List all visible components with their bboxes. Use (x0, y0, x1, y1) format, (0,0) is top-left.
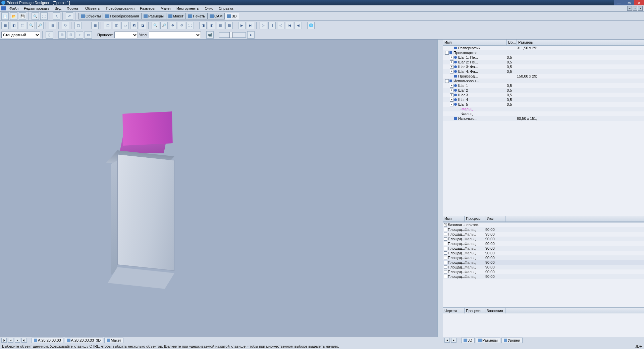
list-row[interactable]: Площад...Фальц90,00 (443, 260, 644, 265)
tab-prev[interactable]: ◂ (8, 338, 13, 343)
menu-transform[interactable]: Преобразования (103, 6, 137, 11)
tree-row[interactable]: +Шаг 10,5 (443, 83, 644, 88)
pointer-button[interactable]: ↖ (53, 12, 60, 20)
menu-edit[interactable]: Редактировать (21, 6, 52, 11)
tool-view4[interactable]: ▩ (225, 22, 233, 29)
tool-c[interactable]: ⬚ (19, 22, 26, 29)
speed-slider[interactable] (219, 32, 246, 38)
step-back-button[interactable]: ◁ (277, 22, 284, 29)
menu-layout[interactable]: Макет (158, 6, 174, 11)
doc-restore-button[interactable]: ▫ (633, 6, 637, 11)
checkbox[interactable] (444, 270, 447, 273)
expander-icon[interactable]: - (450, 103, 453, 106)
tool-view2[interactable]: ◧ (208, 22, 215, 29)
doc-tab-1[interactable]: A.20.20.03.03 (32, 338, 63, 343)
p3-c3[interactable]: Значения ... (485, 308, 505, 313)
list-view[interactable]: Базовая ...неактив.Площад...Фальц90,00Пл… (443, 222, 644, 307)
tree-row[interactable]: +Шаг 1: Пе...0,5 (443, 55, 644, 60)
opt-e[interactable]: ▭ (85, 31, 92, 39)
save-button[interactable]: 💾 (19, 12, 26, 20)
expander-icon[interactable]: + (450, 60, 453, 64)
tool-view3[interactable]: ▦ (217, 22, 224, 29)
tree-header-name[interactable]: Имя (443, 40, 507, 45)
tree-row[interactable]: └ Фальц ... (443, 107, 644, 111)
menu-view[interactable]: Вид (52, 6, 64, 11)
checkbox[interactable] (444, 223, 447, 227)
menu-file[interactable]: Файл (7, 6, 21, 11)
checkbox[interactable] (444, 237, 447, 241)
tree-row[interactable]: Использо...60,50 x 151,5... (443, 116, 644, 121)
list-row[interactable]: Площад...Фальц90,00 (443, 227, 644, 232)
rtab-3d[interactable]: 3D (461, 338, 475, 343)
mode-tab-print[interactable]: Печать (186, 13, 207, 19)
menu-help[interactable]: Справка (216, 6, 236, 11)
tab-next[interactable]: ▸ (15, 338, 20, 343)
checkbox[interactable] (444, 251, 447, 255)
3d-viewport[interactable]: |◂ ◂ ▸ ▸| A.20.20.03.03 A.20.20.03.03_3D… (0, 40, 443, 343)
expander-icon[interactable]: + (450, 65, 453, 69)
play-button[interactable]: ▶ (238, 22, 246, 29)
expander-icon[interactable]: - (445, 51, 449, 55)
tree-row[interactable]: -Шаг 50,5 (443, 102, 644, 107)
list-header-process[interactable]: Процесс (465, 216, 485, 221)
tree-row[interactable]: +Шаг 30,5 (443, 93, 644, 97)
doc-tab-2[interactable]: A.20.20.03.03_3D (65, 338, 103, 343)
list-row[interactable]: Площад...Фальц90,00 (443, 251, 644, 255)
slider-end[interactable]: ▸ (247, 31, 255, 39)
list-row[interactable]: Площад...Фальц90,00 (443, 237, 644, 241)
tree-row[interactable]: +Шаг 3: Фа...0,5 (443, 64, 644, 69)
mode-tab-objects[interactable]: Объекты (78, 13, 103, 19)
tool-h2[interactable]: ◫ (113, 22, 120, 29)
tab-first[interactable]: |◂ (1, 338, 7, 343)
tree-header-time[interactable]: Вр... (507, 40, 517, 45)
tree-row[interactable]: Развернутый311,50 x 292,... (443, 46, 644, 50)
tool-view1[interactable]: ◨ (199, 22, 207, 29)
zoom-in-button[interactable]: 🔍 (32, 12, 39, 20)
tool-b[interactable]: ◧ (10, 22, 17, 29)
checkbox[interactable] (444, 228, 447, 231)
checkbox[interactable] (444, 233, 447, 236)
tree-row[interactable]: +Шаг 2: Пе...0,5 (443, 60, 644, 64)
open-button[interactable]: 📂 (10, 12, 17, 20)
checkbox[interactable] (444, 261, 447, 264)
p3-c2[interactable]: Процесс (465, 308, 485, 313)
list-row[interactable]: Площад...Фальц90,00 (443, 255, 644, 260)
angle-combo[interactable] (149, 32, 201, 38)
tree-row[interactable]: +Шаг 20,5 (443, 88, 644, 93)
rtab-levels[interactable]: Уровни (501, 338, 523, 343)
list-row[interactable]: Площад...Фальц90,00 (443, 265, 644, 269)
tool-a[interactable]: ▦ (1, 22, 9, 29)
tree-row[interactable]: -Производство (443, 50, 644, 55)
checkbox[interactable] (444, 275, 447, 278)
checkbox[interactable] (444, 265, 447, 269)
undo-button[interactable]: ↶ (66, 12, 73, 20)
rewind-button[interactable]: |◀ (286, 22, 293, 29)
expander-icon[interactable]: + (450, 89, 453, 92)
list-row[interactable]: Площад...Фальц93,00 (443, 232, 644, 237)
opt-a[interactable]: ▯ (46, 31, 53, 39)
opt-d[interactable]: ○ (76, 31, 83, 39)
tool-h3[interactable]: ▭ (121, 22, 129, 29)
tree-row[interactable]: Производ...150,00 x 292,... (443, 74, 644, 79)
maximize-button[interactable]: ▭ (624, 0, 634, 5)
checkbox[interactable] (444, 256, 447, 259)
new-button[interactable]: 📄 (1, 12, 9, 20)
list-row[interactable]: Площад...Фальц90,00 (443, 269, 644, 274)
mode-tab-layout[interactable]: Макет (166, 13, 186, 19)
mode-tab-cam[interactable]: CAM (207, 13, 225, 19)
list-row[interactable]: Площад...Фальц90,00 (443, 274, 644, 279)
menu-window[interactable]: Окно (202, 6, 216, 11)
tool-h4[interactable]: ◩ (130, 22, 138, 29)
expander-icon[interactable]: + (450, 70, 453, 73)
rtab-dims[interactable]: Размеры (476, 338, 500, 343)
list-header-angle[interactable]: Угол (485, 216, 505, 221)
list-row[interactable]: Площад...Фальц90,00 (443, 246, 644, 251)
list-header-name[interactable]: Имя упако... (443, 216, 465, 221)
tool-rotate[interactable]: ↻ (62, 22, 69, 29)
checkbox[interactable] (444, 247, 447, 250)
opt-b[interactable]: ⊞ (58, 31, 66, 39)
tree-row[interactable]: +Шаг 40,5 (443, 97, 644, 102)
opt-c[interactable]: ⊟ (67, 31, 74, 39)
step-fwd-button[interactable]: ▷ (260, 22, 267, 29)
menu-dimensions[interactable]: Размеры (137, 6, 158, 11)
